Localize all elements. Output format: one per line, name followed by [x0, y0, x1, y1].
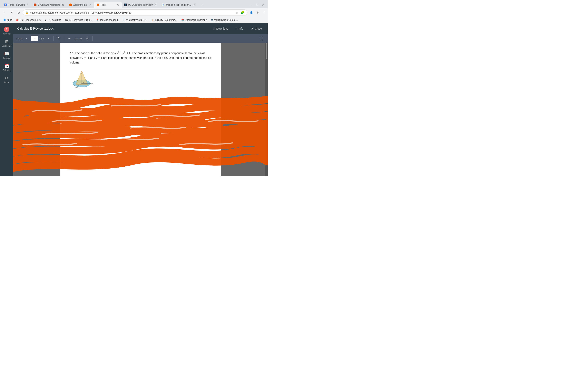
sidebar: A Account ⊞ Dashboard 📖 Courses 📅 Calend…	[0, 23, 13, 176]
next-page-button[interactable]: ›	[46, 36, 51, 41]
extensions-icon[interactable]: ⚙	[255, 10, 260, 15]
bookmark-auburn[interactable]: 📍 address of auburn	[94, 18, 120, 22]
prev-page-button[interactable]: ‹	[24, 36, 30, 41]
solid-diagram: 0 x y x²+y²=1	[70, 69, 211, 89]
maximize-button[interactable]: □	[254, 2, 260, 8]
sidebar-label-account: Account	[3, 33, 10, 35]
zoom-out-button[interactable]: −	[67, 36, 72, 41]
tab-home[interactable]: 🏠 Home - uah.edu ✕	[2, 2, 31, 8]
bookmark-favicon-fuel: ⛽	[16, 18, 18, 21]
sidebar-label-inbox: Inbox	[4, 81, 9, 84]
scrollbar-thumb[interactable]	[266, 43, 267, 59]
tab-label-bartleby: My Questions | bartleby	[128, 4, 153, 6]
tab-label-google: area of a right angle triang…	[166, 4, 192, 6]
tab-bartleby[interactable]: b My Questions | bartleby ✕	[122, 2, 159, 8]
bookmark-favicon-youtube: ▶	[45, 18, 48, 21]
bookmark-favicon-vstudio: 💻	[211, 18, 214, 21]
sidebar-label-courses: Courses	[3, 57, 10, 59]
download-icon: ⬇	[213, 27, 215, 30]
dashboard-icon: ⊞	[4, 39, 10, 44]
pdf-scrollbar[interactable]	[266, 43, 268, 176]
sidebar-label-calendar: Calendar	[3, 69, 11, 71]
tab-mylab[interactable]: MyLab and Mastering ✕	[31, 2, 67, 8]
minimize-button[interactable]: ─	[248, 2, 254, 8]
inbox-icon: ✉	[4, 75, 10, 81]
tab-google[interactable]: G area of a right angle triang… ✕	[159, 2, 198, 8]
pdf-page: 13. The base of the solid is the disk x2…	[60, 43, 221, 176]
tab-close-bartleby[interactable]: ✕	[154, 3, 157, 7]
sidebar-item-calendar[interactable]: 📅 Calendar	[1, 62, 12, 73]
profile-icon[interactable]: 👤	[249, 10, 254, 15]
bookmark-label-auburn: address of auburn	[100, 18, 118, 21]
bookmark-label-bartleby: Dashboard | bartleby	[185, 18, 206, 21]
bookmark-bartleby[interactable]: 📚 Dashboard | bartleby	[180, 18, 208, 22]
sidebar-item-courses[interactable]: 📖 Courses	[1, 50, 12, 61]
fullscreen-button[interactable]: ⛶	[259, 36, 264, 41]
zoom-in-button[interactable]: +	[84, 36, 90, 41]
bookmark-favicon-apps: 🔷	[3, 18, 6, 21]
toolbar-separator-3	[92, 36, 92, 41]
tab-files[interactable]: Files ✕	[94, 2, 122, 8]
bookmark-fuel[interactable]: ⛽ Fuel Dispensers & C	[14, 18, 42, 22]
address-bar-row: ‹ › ↻ 🔒 https://uah.instructure.com/cour…	[0, 8, 268, 17]
info-icon: ℹ	[236, 27, 238, 30]
tab-close-files[interactable]: ✕	[116, 3, 119, 7]
tab-close-home[interactable]: ✕	[26, 3, 29, 7]
bookmarks-bar: 🔷 Apps ⛽ Fuel Dispensers & C ▶ (1) YouTu…	[0, 17, 268, 23]
bookmark-favicon-word: 📄	[122, 18, 125, 21]
tab-assignments[interactable]: Assignments ✕	[67, 2, 94, 8]
problem-text: The base of the solid is the disk x2 + y…	[70, 51, 211, 64]
tab-close-google[interactable]: ✕	[193, 3, 196, 7]
refresh-button[interactable]: ↻	[16, 10, 21, 15]
bookmark-label-apps: Apps	[7, 18, 12, 21]
tab-favicon-files	[97, 4, 99, 6]
tab-label-assignments: Assignments	[73, 4, 88, 6]
page-label: Page	[16, 37, 22, 40]
back-button[interactable]: ‹	[2, 10, 7, 15]
pdf-content: 13. The base of the solid is the disk x2…	[13, 43, 268, 176]
sidebar-item-inbox[interactable]: ✉ Inbox	[1, 74, 12, 85]
tab-favicon-bartleby: b	[124, 4, 127, 6]
pdf-toolbar: Page ‹ of 3 › ↻ − ZOOM + ⛶	[13, 34, 268, 43]
close-window-button[interactable]: ✕	[260, 2, 266, 8]
sidebar-item-dashboard[interactable]: ⊞ Dashboard	[1, 37, 12, 48]
tab-favicon-assignments	[69, 4, 72, 6]
tab-close-assignments[interactable]: ✕	[89, 3, 92, 7]
svg-text:x: x	[92, 82, 93, 84]
page-number-input[interactable]	[31, 36, 38, 41]
info-button[interactable]: ℹ Info	[234, 26, 245, 32]
bookmark-favicon-video: 🎬	[65, 18, 68, 21]
tab-favicon-google: G	[162, 4, 164, 6]
bookmark-favicon-eligibility: 📋	[150, 18, 153, 21]
tab-label-home: Home - uah.edu	[8, 4, 25, 6]
content-area: A Account ⊞ Dashboard 📖 Courses 📅 Calend…	[0, 23, 268, 176]
tab-close-mylab[interactable]: ✕	[61, 3, 64, 7]
close-file-button[interactable]: ✕ Close	[249, 26, 264, 32]
bookmark-youtube[interactable]: ▶ (1) YouTube	[43, 18, 63, 22]
forward-button[interactable]: ›	[8, 10, 14, 15]
menu-icon[interactable]: ⋮	[262, 10, 266, 15]
file-title: Calculus B Review 1.docx	[17, 27, 211, 30]
sidebar-item-account[interactable]: A Account	[1, 25, 12, 36]
bookmark-eligibility[interactable]: 📋 Eligibility Requireme…	[149, 18, 179, 22]
tab-label-mylab: MyLab and Mastering	[38, 4, 60, 6]
bookmark-label-word: Microsoft Word - Dr	[126, 18, 146, 21]
pdf-refresh-button[interactable]: ↻	[56, 36, 62, 41]
new-tab-button[interactable]: +	[199, 2, 205, 8]
tab-favicon-mylab	[34, 4, 36, 6]
chrome-extension-icon[interactable]: 🧩	[240, 10, 245, 15]
address-bar[interactable]: 🔒 https://uah.instructure.com/courses/34…	[23, 10, 247, 16]
close-label: Close	[255, 27, 262, 30]
star-icon[interactable]: ☆	[234, 10, 239, 15]
bookmark-vstudio[interactable]: 💻 Visual Studio Comm…	[209, 18, 240, 22]
tab-label-files: Files	[100, 4, 115, 6]
bookmark-label-video: 10 Best Video Editin…	[68, 18, 92, 21]
bookmark-apps[interactable]: 🔷 Apps	[2, 18, 14, 22]
sidebar-label-dashboard: Dashboard	[2, 45, 12, 47]
download-button[interactable]: ⬇ Download	[211, 26, 230, 32]
window-controls: ─ □ ✕	[248, 2, 266, 8]
toolbar-separator-1	[53, 36, 54, 41]
bookmark-word[interactable]: 📄 Microsoft Word - Dr	[121, 18, 148, 22]
bookmark-video-editing[interactable]: 🎬 10 Best Video Editin…	[64, 18, 94, 22]
bookmark-favicon-bartleby: 📚	[181, 18, 184, 21]
